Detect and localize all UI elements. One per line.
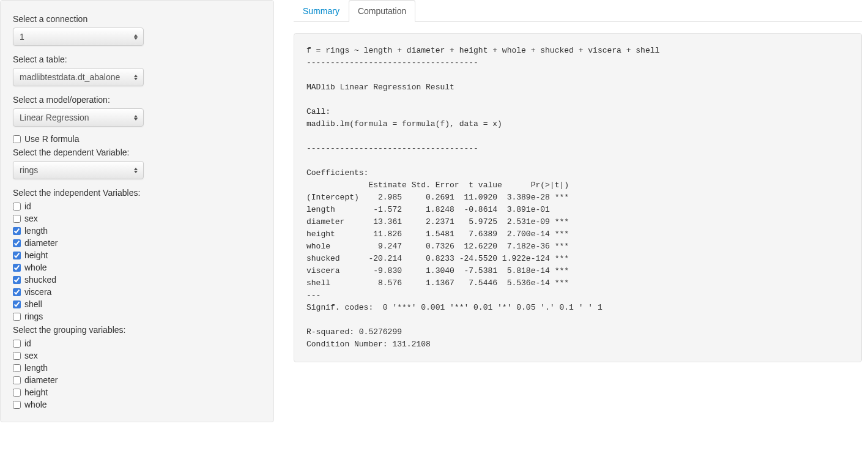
main-content: Summary Computation f = rings ~ length +… — [274, 0, 868, 362]
grouping-label: Select the grouping variables: — [13, 325, 261, 335]
model-select[interactable]: Linear Regression — [13, 108, 144, 127]
dependent-select[interactable]: rings — [13, 161, 144, 179]
variable-label: whole — [24, 263, 47, 272]
variable-row: length — [13, 363, 261, 373]
variable-row: shucked — [13, 275, 261, 285]
variable-row: diameter — [13, 238, 261, 248]
variable-label: diameter — [24, 238, 57, 248]
dependent-label: Select the dependent Variable: — [13, 147, 261, 157]
variable-label: diameter — [24, 375, 57, 385]
variable-row: height — [13, 250, 261, 260]
variable-row: height — [13, 387, 261, 397]
variable-label: shell — [24, 299, 42, 309]
tab-summary[interactable]: Summary — [294, 0, 349, 22]
variable-label: height — [24, 250, 48, 260]
table-label: Select a table: — [13, 54, 261, 64]
independent-list-checkbox-length[interactable] — [13, 227, 21, 235]
variable-row: rings — [13, 311, 261, 321]
independent-list-checkbox-height[interactable] — [13, 252, 21, 259]
variable-label: viscera — [24, 287, 51, 297]
independent-list-checkbox-whole[interactable] — [13, 264, 21, 272]
variable-row: id — [13, 338, 261, 348]
use-r-formula-label: Use R formula — [24, 134, 79, 144]
tab-computation[interactable]: Computation — [349, 0, 415, 22]
independent-list-checkbox-shell[interactable] — [13, 300, 21, 308]
variable-row: sex — [13, 351, 261, 360]
grouping-list-checkbox-length[interactable] — [13, 364, 21, 372]
variable-row: id — [13, 201, 261, 211]
model-label: Select a model/operation: — [13, 95, 261, 105]
variable-label: whole — [24, 400, 47, 409]
variable-label: height — [24, 387, 48, 397]
variable-row: shell — [13, 299, 261, 309]
variable-label: sex — [24, 214, 38, 223]
grouping-list-checkbox-sex[interactable] — [13, 352, 21, 360]
independent-list-checkbox-id[interactable] — [13, 203, 21, 211]
variable-label: sex — [24, 351, 38, 360]
independent-list-checkbox-viscera[interactable] — [13, 288, 21, 296]
independent-list-checkbox-rings[interactable] — [13, 313, 21, 321]
variable-row: whole — [13, 263, 261, 272]
tab-bar: Summary Computation — [294, 0, 862, 22]
table-select[interactable]: madlibtestdata.dt_abalone — [13, 68, 144, 86]
grouping-list-checkbox-diameter[interactable] — [13, 376, 21, 384]
output-panel: f = rings ~ length + diameter + height +… — [294, 33, 862, 362]
grouping-list: idsexlengthdiameterheightwhole — [13, 338, 261, 409]
variable-row: whole — [13, 400, 261, 409]
independent-label: Select the independent Variables: — [13, 188, 261, 198]
variable-row: viscera — [13, 287, 261, 297]
variable-row: length — [13, 226, 261, 236]
controls-sidebar: Select a connection 1 Select a table: ma… — [0, 0, 274, 422]
variable-label: rings — [24, 311, 43, 321]
variable-label: length — [24, 226, 48, 236]
variable-row: diameter — [13, 375, 261, 385]
variable-label: length — [24, 363, 48, 373]
variable-label: shucked — [24, 275, 56, 285]
use-r-formula-checkbox[interactable] — [13, 135, 21, 143]
computation-output: f = rings ~ length + diameter + height +… — [306, 45, 849, 351]
grouping-list-checkbox-height[interactable] — [13, 389, 21, 397]
grouping-list-checkbox-id[interactable] — [13, 340, 21, 348]
connection-label: Select a connection — [13, 14, 261, 24]
independent-list-checkbox-sex[interactable] — [13, 215, 21, 223]
variable-row: sex — [13, 214, 261, 223]
independent-list: idsexlengthdiameterheightwholeshuckedvis… — [13, 201, 261, 321]
variable-label: id — [24, 338, 31, 348]
grouping-list-checkbox-whole[interactable] — [13, 401, 21, 409]
independent-list-checkbox-shucked[interactable] — [13, 276, 21, 284]
independent-list-checkbox-diameter[interactable] — [13, 239, 21, 247]
connection-select[interactable]: 1 — [13, 28, 144, 46]
variable-label: id — [24, 201, 31, 211]
